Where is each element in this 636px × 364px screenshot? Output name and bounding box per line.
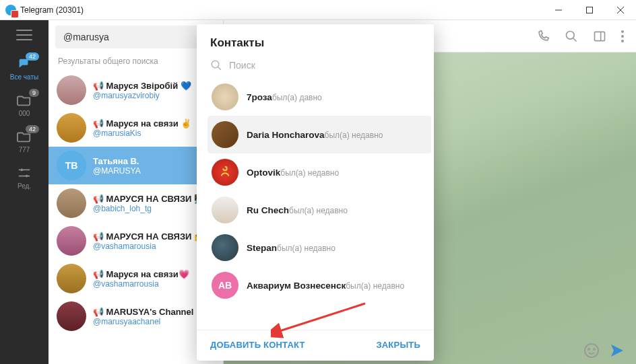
svg-line-14 xyxy=(218,67,221,70)
avatar xyxy=(212,159,238,186)
contact-item[interactable]: Daria Honcharovaбыл(а) недавно xyxy=(208,116,431,153)
avatar xyxy=(212,196,238,223)
contact-item[interactable]: Stepanбыл(а) недавно xyxy=(208,229,431,266)
contact-name: Optovik xyxy=(247,168,280,178)
avatar xyxy=(212,234,238,261)
svg-point-13 xyxy=(212,61,219,68)
avatar xyxy=(212,83,238,110)
contact-name: 7роза xyxy=(247,92,272,102)
add-contact-button[interactable]: ДОБАВИТЬ КОНТАКТ xyxy=(210,340,305,350)
contact-status: был(а) недавно xyxy=(325,131,383,140)
contact-name: Daria Honcharova xyxy=(247,130,325,140)
contact-status: был(а) давно xyxy=(272,93,322,102)
contact-status: был(а) недавно xyxy=(289,206,348,215)
contact-status: был(а) недавно xyxy=(346,281,404,291)
close-modal-button[interactable]: ЗАКРЫТЬ xyxy=(376,340,420,350)
contact-item[interactable]: АВ Аквариум Вознесенскбыл(а) недавно xyxy=(208,266,431,304)
contact-name: Stepan xyxy=(247,243,277,253)
contacts-list[interactable]: 7розабыл(а) давно Daria Honcharovaбыл(а)… xyxy=(197,78,434,330)
contact-name: Ru Chech xyxy=(247,205,289,215)
contacts-modal: Контакты 7розабыл(а) давно Daria Honchar… xyxy=(197,24,434,361)
avatar: АВ xyxy=(212,272,238,299)
avatar xyxy=(212,121,238,148)
modal-title: Контакты xyxy=(197,24,434,57)
contact-item[interactable]: 7розабыл(а) давно xyxy=(208,78,431,116)
contact-name: Аквариум Вознесенск xyxy=(247,281,346,291)
search-icon xyxy=(210,59,222,71)
contacts-search-input[interactable] xyxy=(229,60,420,71)
contact-status: был(а) недавно xyxy=(280,168,339,178)
contact-status: был(а) недавно xyxy=(277,244,336,253)
contact-item[interactable]: Ru Chechбыл(а) недавно xyxy=(208,191,431,229)
contact-item[interactable]: Optovikбыл(а) недавно xyxy=(208,153,431,191)
